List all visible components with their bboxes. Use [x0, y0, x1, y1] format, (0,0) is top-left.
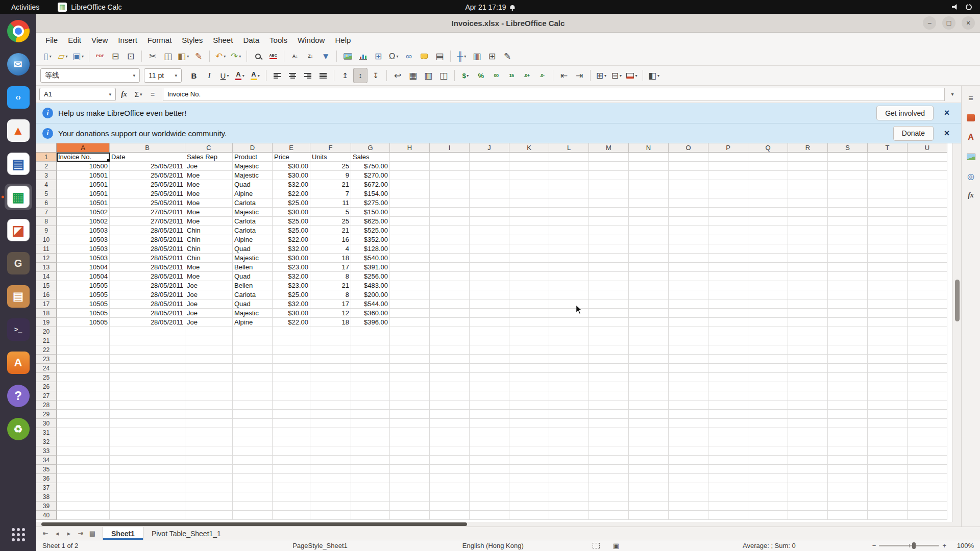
cell-B5[interactable]: 25/05/2011: [110, 189, 185, 198]
cell-B3[interactable]: 25/05/2011: [110, 171, 185, 180]
cell-K28[interactable]: [509, 400, 549, 410]
cell-R5[interactable]: [788, 189, 828, 198]
cell-O5[interactable]: [669, 189, 708, 198]
cell-F17[interactable]: 17: [310, 299, 351, 309]
cell-L16[interactable]: [549, 290, 589, 299]
cell-L34[interactable]: [549, 456, 589, 465]
cell-G7[interactable]: $150.00: [351, 208, 390, 217]
gallery-deck-button[interactable]: [964, 149, 978, 164]
cell-Q34[interactable]: [748, 456, 788, 465]
dock-thunderbird[interactable]: ✉: [5, 51, 32, 78]
cell-C10[interactable]: Chin: [185, 235, 233, 244]
cell-N21[interactable]: [629, 336, 669, 345]
cell-M31[interactable]: [589, 428, 629, 437]
cell-D30[interactable]: [233, 419, 273, 428]
cell-J12[interactable]: [470, 254, 509, 263]
cell-F14[interactable]: 8: [310, 272, 351, 281]
cell-B20[interactable]: [110, 327, 185, 336]
cell-G26[interactable]: [351, 382, 390, 391]
cell-O19[interactable]: [669, 318, 708, 327]
cell-J18[interactable]: [470, 309, 509, 318]
cell-L8[interactable]: [549, 217, 589, 226]
cell-U2[interactable]: [908, 162, 947, 171]
cell-N31[interactable]: [629, 428, 669, 437]
cell-N15[interactable]: [629, 281, 669, 290]
cell-T1[interactable]: [868, 153, 908, 162]
cell-B19[interactable]: 28/05/2011: [110, 318, 185, 327]
cell-N33[interactable]: [629, 446, 669, 456]
cell-B28[interactable]: [110, 400, 185, 410]
dropdown-arrow-icon[interactable]: ▾: [464, 54, 466, 59]
align-justified-button[interactable]: [316, 68, 330, 83]
cell-M7[interactable]: [589, 208, 629, 217]
cell-N17[interactable]: [629, 299, 669, 309]
function-wizard-button[interactable]: fx: [118, 88, 130, 101]
cell-O4[interactable]: [669, 180, 708, 189]
cell-P6[interactable]: [708, 198, 748, 208]
cell-U22[interactable]: [908, 345, 947, 355]
cell-N3[interactable]: [629, 171, 669, 180]
cell-B35[interactable]: [110, 465, 185, 474]
cell-C25[interactable]: [185, 373, 233, 382]
cell-C1[interactable]: Sales Rep: [185, 153, 233, 162]
cell-D36[interactable]: [233, 474, 273, 483]
row-header-7[interactable]: 7: [36, 208, 57, 217]
cell-S21[interactable]: [828, 336, 868, 345]
cell-F8[interactable]: 25: [310, 217, 351, 226]
cell-M5[interactable]: [589, 189, 629, 198]
cell-R34[interactable]: [788, 456, 828, 465]
cell-L24[interactable]: [549, 364, 589, 373]
cell-R37[interactable]: [788, 483, 828, 492]
cell-L9[interactable]: [549, 226, 589, 235]
column-header-U[interactable]: U: [908, 143, 947, 153]
cell-G38[interactable]: [351, 492, 390, 502]
cell-M2[interactable]: [589, 162, 629, 171]
split-window-button[interactable]: ▥: [470, 48, 484, 64]
cell-Q8[interactable]: [748, 217, 788, 226]
cell-R23[interactable]: [788, 355, 828, 364]
cell-F37[interactable]: [310, 483, 351, 492]
cell-D9[interactable]: Carlota: [233, 226, 273, 235]
cell-M28[interactable]: [589, 400, 629, 410]
cell-H30[interactable]: [390, 419, 430, 428]
cell-A36[interactable]: [57, 474, 110, 483]
tab-sheet1[interactable]: Sheet1: [103, 527, 143, 540]
cell-S29[interactable]: [828, 410, 868, 419]
cell-O7[interactable]: [669, 208, 708, 217]
cell-B25[interactable]: [110, 373, 185, 382]
cell-H2[interactable]: [390, 162, 430, 171]
cell-U27[interactable]: [908, 391, 947, 400]
cell-F39[interactable]: [310, 502, 351, 511]
cell-D31[interactable]: [233, 428, 273, 437]
cell-A35[interactable]: [57, 465, 110, 474]
cell-G9[interactable]: $525.00: [351, 226, 390, 235]
functions-deck-button[interactable]: fx: [964, 188, 978, 203]
column-header-M[interactable]: M: [589, 143, 629, 153]
cell-H17[interactable]: [390, 299, 430, 309]
cell-S9[interactable]: [828, 226, 868, 235]
close-button[interactable]: ×: [962, 16, 975, 30]
cell-G24[interactable]: [351, 364, 390, 373]
cell-N18[interactable]: [629, 309, 669, 318]
cell-S24[interactable]: [828, 364, 868, 373]
cell-D8[interactable]: Carlota: [233, 217, 273, 226]
cell-O40[interactable]: [669, 511, 708, 520]
cell-Q17[interactable]: [748, 299, 788, 309]
dock-trash[interactable]: ♻: [5, 416, 32, 442]
cell-C23[interactable]: [185, 355, 233, 364]
cell-T34[interactable]: [868, 456, 908, 465]
cell-U10[interactable]: [908, 235, 947, 244]
cell-P28[interactable]: [708, 400, 748, 410]
row-header-36[interactable]: 36: [36, 474, 57, 483]
print-button[interactable]: ⊟: [108, 48, 122, 64]
wrap-text-button[interactable]: ↩: [390, 68, 405, 83]
cell-R27[interactable]: [788, 391, 828, 400]
cell-N27[interactable]: [629, 391, 669, 400]
cell-B31[interactable]: [110, 428, 185, 437]
merge-and-center-cells-button[interactable]: ▦: [406, 68, 420, 83]
cell-K38[interactable]: [509, 492, 549, 502]
select-all-corner[interactable]: [36, 143, 57, 153]
cell-G6[interactable]: $275.00: [351, 198, 390, 208]
cell-S26[interactable]: [828, 382, 868, 391]
cell-T36[interactable]: [868, 474, 908, 483]
